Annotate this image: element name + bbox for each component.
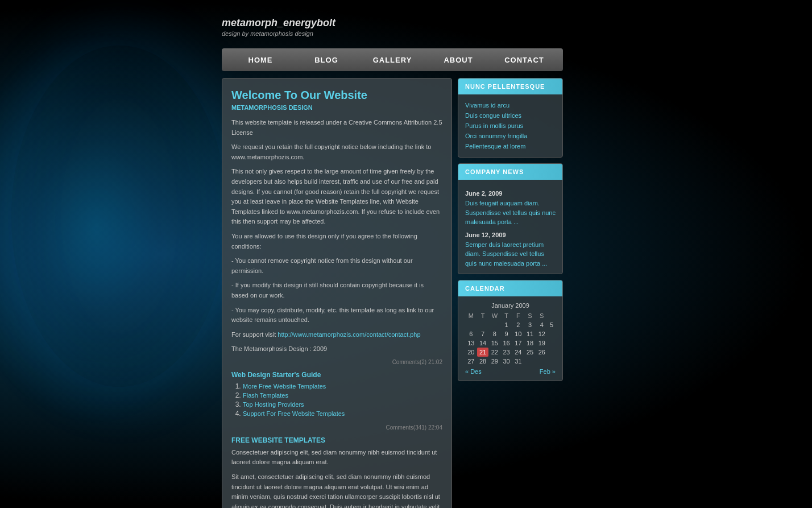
cal-day: 28: [477, 357, 489, 366]
cal-header-f: F: [512, 311, 524, 320]
news-text-2[interactable]: Semper duis laoreet pretium diam. Suspen…: [465, 241, 547, 267]
nunc-header: NUNC PELLENTESQUE: [458, 79, 562, 94]
main-content: Welcome To Our Website METAMORPHOSIS DES…: [222, 78, 452, 508]
cal-day: 6: [465, 329, 477, 338]
nunc-link-3[interactable]: Purus in mollis purus: [465, 121, 556, 131]
list-item: Top Hosting Providers: [243, 400, 442, 408]
calendar-next[interactable]: Feb »: [540, 368, 556, 375]
cal-day: 24: [512, 348, 524, 357]
news-header: COMPANY NEWS: [458, 164, 562, 180]
support-link[interactable]: http://www.metamorphozis.com/contact/con…: [277, 331, 420, 338]
cal-day: 9: [500, 329, 512, 338]
news-date-2: June 12, 2009: [465, 232, 556, 238]
news-text-1[interactable]: Duis feugait auquam diam. Suspendisse ve…: [465, 200, 556, 225]
para-1: This website template is released under …: [231, 118, 442, 138]
web-design-title[interactable]: Web Design Starter's Guide: [231, 371, 442, 379]
calendar-table: M T W T F S S 12345678910111213141516171…: [465, 311, 556, 366]
cal-day: [477, 320, 489, 329]
cal-day: 1: [500, 320, 512, 329]
nav-contact[interactable]: CONTACT: [491, 50, 557, 70]
free-templates-text1: Consectetuer adipiscing elit, sed diam n…: [231, 448, 442, 468]
calendar-header: CALENDAR: [458, 280, 562, 296]
sidebar: NUNC PELLENTESQUE Vivamus id arcu Duis c…: [458, 78, 563, 508]
cal-header-s2: S: [536, 311, 548, 320]
nav-about[interactable]: ABOUT: [425, 50, 491, 70]
para-3: This not only gives respect to the large…: [231, 167, 442, 227]
nunc-link-4[interactable]: Orci nonummy fringilla: [465, 131, 556, 141]
cal-day: 10: [512, 329, 524, 338]
cal-day: 31: [512, 357, 524, 366]
cal-day: [536, 357, 548, 366]
news-date-1: June 2, 2009: [465, 190, 556, 197]
para-4: You are allowed to use this design only …: [231, 232, 442, 251]
cal-day: 21: [477, 348, 489, 357]
cal-day: 13: [465, 338, 477, 348]
news-content: June 2, 2009 Duis feugait auquam diam. S…: [458, 180, 562, 274]
page-wrapper: metamorph_energybolt design by metamorph…: [0, 0, 812, 508]
calendar-section: CALENDAR January 2009 M T W T F S: [458, 280, 563, 381]
cal-header-t: T: [477, 311, 489, 320]
cal-day: 5: [548, 320, 556, 329]
cal-header-t2: T: [500, 311, 512, 320]
nunc-link-2[interactable]: Duis congue ultrices: [465, 110, 556, 121]
post1-meta: Comments(2) 21:02: [231, 359, 442, 365]
list-link-2[interactable]: Flash Templates: [243, 392, 288, 399]
cal-day: 7: [477, 329, 489, 338]
cal-day: 25: [524, 348, 536, 357]
cal-day: 19: [536, 338, 548, 348]
calendar-month: January 2009: [465, 302, 556, 309]
para-6: - If you modify this design it still sho…: [231, 280, 442, 300]
list-link-4[interactable]: Support For Free Website Templates: [243, 410, 345, 417]
cal-header-m: M: [465, 311, 477, 320]
cal-day: 26: [536, 348, 548, 357]
cal-day: [488, 320, 500, 329]
calendar-prev[interactable]: « Des: [465, 368, 482, 375]
free-templates-text2: Sit amet, consectetuer adipiscing elit, …: [231, 472, 442, 508]
cal-header-w: W: [488, 311, 500, 320]
welcome-title: Welcome To Our Website: [231, 89, 442, 102]
para-5: - You cannot remove copyright notice fro…: [231, 256, 442, 276]
cal-day: 17: [512, 338, 524, 348]
web-design-list: More Free Website Templates Flash Templa…: [243, 382, 442, 418]
nav-gallery[interactable]: GALLERY: [359, 50, 425, 70]
calendar-content: January 2009 M T W T F S S: [458, 296, 562, 381]
cal-day: 14: [477, 338, 489, 348]
list-link-3[interactable]: Top Hosting Providers: [243, 401, 304, 408]
news-section: COMPANY NEWS June 2, 2009 Duis feugait a…: [458, 163, 563, 274]
cal-day: 27: [465, 357, 477, 366]
cal-day: 20: [465, 348, 477, 357]
cal-day: 29: [488, 357, 500, 366]
site-title: metamorph_energybolt: [222, 17, 812, 29]
nav-blog[interactable]: BLOG: [293, 50, 359, 70]
list-item: More Free Website Templates: [243, 382, 442, 390]
nunc-section: NUNC PELLENTESQUE Vivamus id arcu Duis c…: [458, 78, 563, 158]
cal-day: 22: [488, 348, 500, 357]
nav-home[interactable]: HOME: [227, 50, 293, 70]
content-area: Welcome To Our Website METAMORPHOSIS DES…: [222, 78, 563, 508]
nav-bar: HOME BLOG GALLERY ABOUT CONTACT: [222, 48, 563, 71]
cal-day: 3: [524, 320, 536, 329]
list-link-1[interactable]: More Free Website Templates: [243, 383, 326, 390]
cal-day: 30: [500, 357, 512, 366]
list-item: Flash Templates: [243, 391, 442, 399]
para-7: - You may copy, distribute, modify, etc.…: [231, 305, 442, 325]
cal-day: 16: [500, 338, 512, 348]
post2-meta: Comments(341) 22:04: [231, 424, 442, 431]
nunc-link-5[interactable]: Pellentesque at lorem: [465, 141, 556, 151]
welcome-subtitle: METAMORPHOSIS DESIGN: [231, 104, 442, 111]
calendar-nav: « Des Feb »: [465, 366, 556, 375]
free-templates-title: FREE WEBSITE TEMPLATES: [231, 436, 442, 444]
cal-day: 15: [488, 338, 500, 348]
para-9: The Metamorphosis Design : 2009: [231, 344, 442, 354]
cal-day: 4: [536, 320, 548, 329]
site-header: metamorph_energybolt design by metamorph…: [0, 0, 812, 43]
cal-day: 11: [524, 329, 536, 338]
cal-header-s: S: [524, 311, 536, 320]
cal-day: 23: [500, 348, 512, 357]
site-subtitle: design by metamorphosis design: [222, 30, 812, 37]
para-8: For support visit http://www.metamorphoz…: [231, 330, 442, 340]
cal-day: 18: [524, 338, 536, 348]
nunc-link-1[interactable]: Vivamus id arcu: [465, 100, 556, 110]
para-2: We request you retain the full copyright…: [231, 142, 442, 162]
cal-day: 12: [536, 329, 548, 338]
